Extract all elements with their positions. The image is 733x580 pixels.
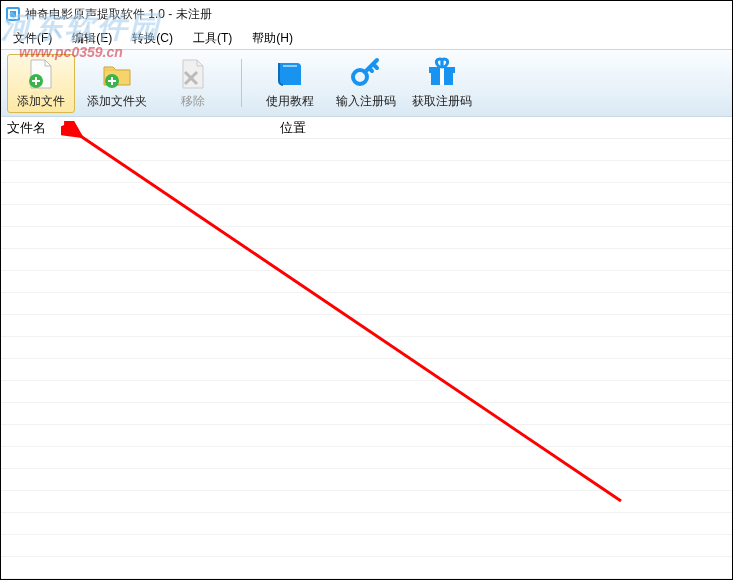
title-bar: 神奇电影原声提取软件 1.0 - 未注册 <box>1 1 732 27</box>
add-folder-label: 添加文件夹 <box>87 93 147 110</box>
book-icon <box>273 57 307 91</box>
remove-icon <box>176 57 210 91</box>
list-row <box>1 227 732 249</box>
remove-button[interactable]: 移除 <box>159 54 227 113</box>
list-row <box>1 359 732 381</box>
menu-edit[interactable]: 编辑(E) <box>62 28 122 49</box>
column-filename[interactable]: 文件名 <box>1 117 274 138</box>
menu-tools[interactable]: 工具(T) <box>183 28 242 49</box>
list-row <box>1 535 732 557</box>
list-column-headers: 文件名 位置 <box>1 117 732 139</box>
folder-add-icon <box>100 57 134 91</box>
menu-bar: 文件(F) 编辑(E) 转换(C) 工具(T) 帮助(H) <box>1 27 732 49</box>
list-row <box>1 557 732 579</box>
list-row <box>1 139 732 161</box>
toolbar-separator <box>241 59 242 107</box>
enter-code-label: 输入注册码 <box>336 93 396 110</box>
key-icon <box>349 57 383 91</box>
list-row <box>1 183 732 205</box>
get-code-button[interactable]: 获取注册码 <box>408 54 476 113</box>
toolbar-group-help: 使用教程 输入注册码 获取注册码 <box>256 53 476 113</box>
tutorial-button[interactable]: 使用教程 <box>256 54 324 113</box>
list-row <box>1 513 732 535</box>
toolbar-group-file: 添加文件 添加文件夹 <box>7 53 227 113</box>
menu-file[interactable]: 文件(F) <box>3 28 62 49</box>
list-row <box>1 249 732 271</box>
add-folder-button[interactable]: 添加文件夹 <box>83 54 151 113</box>
window-title: 神奇电影原声提取软件 1.0 - 未注册 <box>25 6 212 23</box>
add-file-label: 添加文件 <box>17 93 65 110</box>
app-icon <box>5 6 21 22</box>
svg-rect-2 <box>10 11 16 17</box>
tutorial-label: 使用教程 <box>266 93 314 110</box>
list-row <box>1 491 732 513</box>
list-row <box>1 337 732 359</box>
add-file-button[interactable]: 添加文件 <box>7 54 75 113</box>
list-row <box>1 315 732 337</box>
file-list-area[interactable] <box>1 139 732 579</box>
menu-help[interactable]: 帮助(H) <box>242 28 303 49</box>
svg-rect-8 <box>108 80 116 82</box>
svg-rect-11 <box>283 65 297 67</box>
list-row <box>1 271 732 293</box>
list-row <box>1 425 732 447</box>
list-row <box>1 293 732 315</box>
file-add-icon <box>24 57 58 91</box>
enter-code-button[interactable]: 输入注册码 <box>332 54 400 113</box>
svg-rect-5 <box>32 80 40 82</box>
svg-rect-15 <box>440 67 444 85</box>
list-row <box>1 469 732 491</box>
toolbar: 添加文件 添加文件夹 <box>1 49 732 117</box>
column-location[interactable]: 位置 <box>274 117 732 138</box>
list-row <box>1 161 732 183</box>
remove-label: 移除 <box>181 93 205 110</box>
get-code-label: 获取注册码 <box>412 93 472 110</box>
list-row <box>1 403 732 425</box>
gift-icon <box>425 57 459 91</box>
list-row <box>1 381 732 403</box>
list-row <box>1 205 732 227</box>
menu-convert[interactable]: 转换(C) <box>122 28 183 49</box>
list-row <box>1 447 732 469</box>
